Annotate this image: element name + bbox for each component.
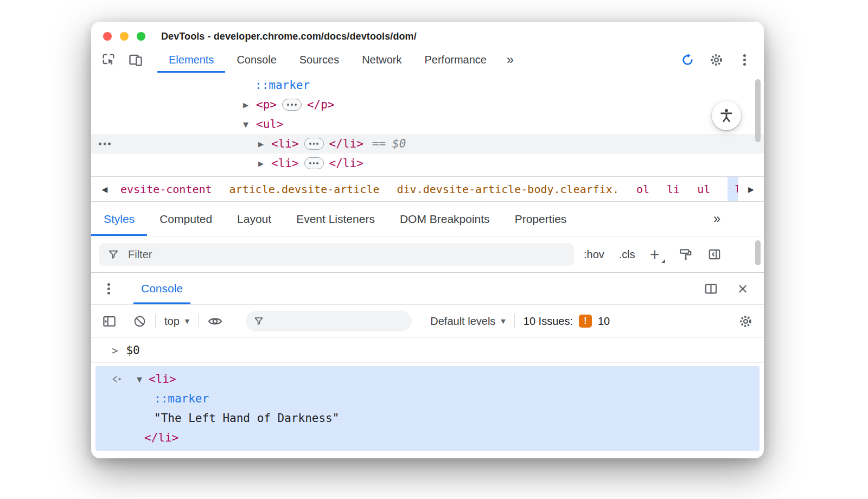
plus-icon: +: [650, 245, 660, 264]
clear-console-icon[interactable]: [133, 315, 146, 328]
close-window-button[interactable]: [103, 32, 112, 41]
li-close-tag: </li>: [329, 157, 363, 170]
device-toolbar-icon[interactable]: [126, 50, 145, 69]
paint-roller-icon[interactable]: [679, 247, 693, 261]
console-command-text: $0: [126, 344, 139, 357]
breadcrumb-item[interactable]: ol: [636, 177, 649, 201]
console-command-row[interactable]: > $0: [91, 338, 764, 363]
tab-properties[interactable]: Properties: [502, 202, 579, 236]
console-filter-box[interactable]: [246, 311, 412, 331]
breadcrumb-scroll-right-icon[interactable]: ▶: [738, 177, 764, 201]
tab-dom-breakpoints[interactable]: DOM Breakpoints: [387, 202, 502, 236]
issue-warning-icon: !: [579, 315, 592, 328]
styles-sidebar-tabs: Styles Computed Layout Event Listeners D…: [91, 202, 764, 236]
result-li-open-tag: <li>: [149, 373, 176, 386]
drawer-menu-kebab-icon[interactable]: [97, 273, 120, 304]
tab-sources[interactable]: Sources: [288, 47, 350, 73]
p-open-tag: <p>: [256, 98, 277, 111]
collapse-caret-icon[interactable]: ▼: [243, 120, 252, 129]
more-sidebar-tabs-icon[interactable]: »: [710, 202, 724, 236]
expand-caret-icon[interactable]: ▶: [243, 101, 252, 109]
accessibility-button[interactable]: [712, 101, 741, 130]
li-open-tag: <li>: [271, 137, 299, 150]
toggle-element-classes-button[interactable]: .cls: [619, 248, 635, 261]
breadcrumb-item[interactable]: article.devsite-article: [229, 177, 380, 201]
console-sidebar-icon[interactable]: [102, 314, 117, 329]
dropdown-corner-icon: [661, 259, 665, 263]
dollar-zero-ref: $0: [392, 137, 406, 150]
new-style-rule-button[interactable]: +: [650, 246, 664, 263]
inspect-element-icon[interactable]: [99, 50, 118, 69]
tab-event-listeners[interactable]: Event Listeners: [284, 202, 387, 236]
dock-sidebar-icon[interactable]: [707, 247, 722, 261]
inline-expand-icon[interactable]: [282, 99, 302, 111]
fullscreen-window-button[interactable]: [137, 32, 145, 41]
styles-filter-row: :hov .cls +: [91, 236, 764, 272]
breadcrumb-item[interactable]: evsite-content: [120, 177, 212, 201]
more-panels-icon[interactable]: »: [498, 47, 522, 73]
node-options-icon[interactable]: [99, 143, 111, 145]
inline-expand-icon[interactable]: [304, 138, 324, 150]
tab-styles[interactable]: Styles: [91, 202, 147, 236]
styles-scrollbar-thumb[interactable]: [755, 240, 761, 265]
console-messages: > $0 ▼ <li> ::marker "The Left Hand of D…: [91, 338, 764, 458]
elements-dom-tree: ::marker ▶ <p> </p> ▼ <ul> ▶ <li> </li> …: [91, 73, 764, 176]
tab-layout[interactable]: Layout: [225, 202, 284, 236]
close-drawer-icon[interactable]: ×: [735, 280, 751, 298]
tree-row-li-selected[interactable]: ▶ <li> </li> == $0: [91, 134, 764, 153]
styles-filter-box[interactable]: [99, 243, 574, 266]
collapse-caret-icon[interactable]: ▼: [137, 375, 145, 383]
live-expression-eye-icon[interactable]: [207, 314, 223, 329]
filter-funnel-icon: [107, 248, 119, 260]
p-close-tag: </p>: [307, 98, 335, 111]
filter-funnel-icon: [253, 316, 264, 327]
split-panel-icon[interactable]: [704, 282, 718, 296]
console-settings-gear-icon[interactable]: [738, 314, 753, 329]
toggle-hover-state-button[interactable]: :hov: [584, 248, 604, 261]
pseudo-marker-node[interactable]: ::marker: [255, 79, 310, 92]
result-line-marker: ::marker: [95, 389, 760, 408]
console-result-block[interactable]: ▼ <li> ::marker "The Left Hand of Darkne…: [95, 366, 760, 451]
expand-caret-icon[interactable]: ▶: [258, 159, 267, 168]
tree-row-marker[interactable]: ::marker: [91, 75, 764, 95]
styles-filter-input[interactable]: [127, 248, 290, 261]
result-line-li-close: </li>: [95, 428, 760, 447]
sync-refresh-icon[interactable]: [680, 53, 695, 67]
tab-computed[interactable]: Computed: [147, 202, 225, 236]
toolbar-right-icons: [680, 47, 764, 73]
tab-sources-label: Sources: [299, 54, 339, 66]
tab-network[interactable]: Network: [350, 47, 413, 73]
result-line-text: "The Left Hand of Darkness": [95, 408, 760, 428]
elements-scrollbar-thumb[interactable]: [755, 79, 761, 142]
toolbar-left-icons: [99, 47, 145, 73]
breadcrumb-item[interactable]: li: [667, 177, 680, 201]
tab-console[interactable]: Console: [225, 47, 288, 73]
settings-gear-icon[interactable]: [709, 53, 724, 67]
breadcrumb-item[interactable]: ul: [697, 177, 710, 201]
console-filter-input[interactable]: [270, 315, 394, 328]
kebab-menu-icon[interactable]: [738, 53, 751, 66]
expand-caret-icon[interactable]: ▶: [258, 140, 267, 148]
inline-expand-icon[interactable]: [304, 157, 324, 169]
tab-properties-label: Properties: [515, 213, 567, 226]
tree-row-ul[interactable]: ▼ <ul>: [91, 114, 764, 134]
drawer-tab-console-label: Console: [141, 282, 183, 295]
devtools-window: DevTools - developer.chrome.com/docs/dev…: [91, 22, 764, 458]
log-levels-dropdown[interactable]: Default levels ▼: [430, 315, 506, 328]
tab-layout-label: Layout: [237, 213, 271, 226]
styles-filter-tools: :hov .cls +: [584, 246, 722, 263]
context-selector-dropdown[interactable]: top ▼: [164, 315, 189, 328]
tab-styles-label: Styles: [104, 213, 135, 226]
result-li-close-tag: </li>: [144, 431, 178, 444]
drawer-tab-console[interactable]: Console: [133, 273, 190, 304]
tab-elements[interactable]: Elements: [157, 47, 225, 73]
tab-performance[interactable]: Performance: [413, 47, 499, 73]
breadcrumb-scroll-left-icon[interactable]: ◀: [91, 177, 118, 201]
tree-row-p[interactable]: ▶ <p> </p>: [91, 95, 764, 114]
breadcrumb-item[interactable]: div.devsite-article-body.clearfix.: [397, 177, 619, 201]
tab-dom-breakpoints-label: DOM Breakpoints: [400, 213, 490, 226]
issues-counter[interactable]: 10 Issues: ! 10: [524, 315, 610, 328]
ul-open-tag: <ul>: [256, 118, 284, 131]
minimize-window-button[interactable]: [120, 32, 129, 41]
tree-row-li[interactable]: ▶ <li> </li>: [91, 153, 764, 173]
